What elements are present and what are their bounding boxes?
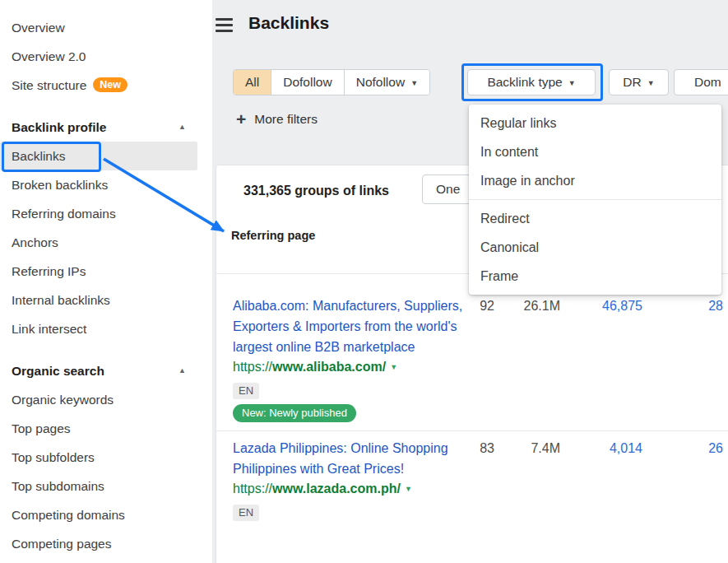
sidebar-heading-backlink-profile[interactable]: Backlink profile ▲ (0, 113, 197, 142)
plus-icon: + (236, 109, 246, 129)
sidebar-item-link-intersect[interactable]: Link intersect (0, 314, 197, 343)
sidebar-item-top-pages[interactable]: Top pages (0, 414, 197, 443)
dropdown-item-canonical[interactable]: Canonical (469, 233, 721, 262)
sidebar-item-organic-keywords[interactable]: Organic keywords (0, 385, 197, 414)
stat-traffic: 26.1M (494, 295, 560, 422)
sidebar-item-competing-domains[interactable]: Competing domains (0, 500, 197, 529)
referring-page-cell: Alibaba.com: Manufacturers, Suppliers, E… (233, 295, 463, 422)
dropdown-item-image-in-anchor[interactable]: Image in anchor (469, 166, 721, 195)
sidebar-item-overview-2[interactable]: Overview 2.0 (0, 42, 197, 71)
filter-nofollow-button[interactable]: Nofollow▼ (345, 70, 429, 95)
backlinks-page: Overview Overview 2.0 Site structureNew … (0, 0, 728, 563)
sidebar-item-anchors[interactable]: Anchors (0, 228, 197, 257)
referring-page-title-link[interactable]: Alibaba.com: Manufacturers, Suppliers, E… (233, 295, 463, 357)
language-badge: EN (233, 383, 259, 399)
domain-filter-button[interactable]: Dom (674, 69, 728, 95)
dr-label: DR (623, 75, 641, 89)
page-title: Backlinks (248, 13, 329, 33)
backlink-type-label: Backlink type (487, 75, 562, 89)
menu-bar (216, 30, 233, 32)
more-filters-button[interactable]: + More filters (236, 108, 318, 131)
groups-count: 331,365 groups of links (243, 184, 389, 198)
sidebar-item-internal-backlinks[interactable]: Internal backlinks (0, 286, 197, 314)
sidebar-item-top-subfolders[interactable]: Top subfolders (0, 443, 197, 472)
menu-bar (216, 24, 233, 26)
stat-dr: 92 (463, 295, 494, 422)
sidebar-item-referring-ips[interactable]: Referring IPs (0, 257, 197, 286)
dropdown-item-regular-links[interactable]: Regular links (469, 109, 721, 137)
domain-label: Dom (694, 75, 721, 89)
stat-links-link[interactable]: 28 (642, 295, 723, 422)
stat-dr: 83 (463, 438, 494, 521)
table-row: Alibaba.com: Manufacturers, Suppliers, E… (216, 274, 728, 431)
sidebar-heading-label: Organic search (12, 356, 104, 385)
new-badge: New (93, 77, 128, 92)
referring-page-title-link[interactable]: Lazada Philippines: Online Shopping Phil… (233, 438, 463, 479)
dropdown-item-in-content[interactable]: In content (469, 137, 721, 166)
referring-page-url[interactable]: https://www.alibaba.com/▼ (233, 357, 463, 377)
dropdown-item-frame[interactable]: Frame (469, 262, 721, 291)
dropdown-divider (469, 199, 721, 200)
chevron-down-icon: ▼ (568, 79, 576, 87)
menu-bar (216, 18, 233, 21)
stat-links-link[interactable]: 26 (642, 438, 723, 521)
sidebar-heading-organic-search[interactable]: Organic search ▲ (0, 356, 197, 385)
chevron-down-icon[interactable]: ▼ (390, 363, 397, 371)
sidebar-item-broken-backlinks[interactable]: Broken backlinks (0, 170, 197, 199)
sidebar-item-backlinks[interactable]: Backlinks (0, 142, 197, 170)
sidebar-item-competing-pages[interactable]: Competing pages (0, 529, 197, 558)
chevron-down-icon: ▼ (647, 79, 655, 87)
backlink-type-button[interactable]: Backlink type▼ (467, 69, 596, 95)
follow-filter-group: All Dofollow Nofollow▼ (233, 69, 430, 95)
filter-all-button[interactable]: All (234, 70, 271, 95)
sidebar-item-top-subdomains[interactable]: Top subdomains (0, 472, 197, 500)
filter-nofollow-label: Nofollow (356, 75, 405, 89)
newly-published-badge: New: Newly published (233, 404, 356, 422)
stat-keywords-link[interactable]: 46,875 (560, 295, 642, 422)
stat-traffic: 7.4M (494, 438, 560, 521)
url-prefix: https:// (233, 482, 272, 496)
sidebar-item-label: Site structure (12, 78, 86, 92)
collapse-up-icon[interactable]: ▲ (179, 113, 186, 142)
url-domain: www.lazada.com.ph/ (272, 482, 401, 496)
filter-dofollow-button[interactable]: Dofollow (271, 70, 344, 95)
chevron-down-icon: ▼ (410, 79, 418, 87)
dropdown-item-redirect[interactable]: Redirect (469, 204, 721, 233)
referring-page-cell: Lazada Philippines: Online Shopping Phil… (233, 438, 463, 521)
url-prefix: https:// (233, 360, 272, 374)
menu-icon[interactable] (216, 18, 233, 32)
table-row: Lazada Philippines: Online Shopping Phil… (216, 431, 728, 529)
collapse-up-icon[interactable]: ▲ (179, 356, 186, 385)
sidebar-item-overview[interactable]: Overview (0, 13, 197, 42)
url-domain: www.alibaba.com/ (272, 360, 386, 374)
more-filters-label: More filters (254, 112, 318, 127)
sidebar-item-referring-domains[interactable]: Referring domains (0, 199, 197, 228)
sidebar: Overview Overview 2.0 Site structureNew … (0, 0, 212, 563)
dr-filter-button[interactable]: DR▼ (609, 69, 669, 95)
sidebar-item-site-structure[interactable]: Site structureNew (0, 71, 197, 100)
stat-keywords-link[interactable]: 4,014 (560, 438, 642, 521)
chevron-down-icon[interactable]: ▼ (405, 485, 412, 493)
language-badge: EN (233, 505, 259, 521)
sidebar-heading-label: Backlink profile (12, 113, 106, 142)
backlink-type-dropdown: Regular links In content Image in anchor… (469, 105, 721, 295)
referring-page-url[interactable]: https://www.lazada.com.ph/▼ (233, 479, 463, 499)
